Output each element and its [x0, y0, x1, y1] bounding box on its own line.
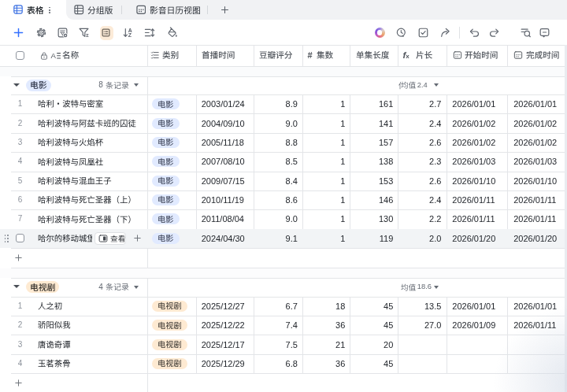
svg-text:Z: Z — [128, 32, 132, 38]
